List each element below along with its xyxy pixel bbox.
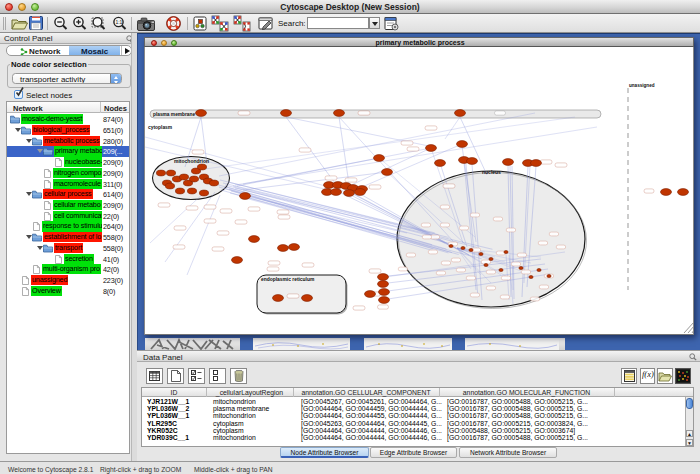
svg-text:cytoplasm: cytoplasm — [148, 125, 173, 130]
svg-text:nucleus: nucleus — [482, 169, 501, 175]
svg-text:1:1: 1:1 — [115, 19, 122, 25]
svg-text:unassigned: unassigned — [629, 83, 655, 88]
svg-text:mitochondrion: mitochondrion — [174, 158, 209, 164]
svg-text:endoplasmic reticulum: endoplasmic reticulum — [261, 277, 315, 282]
svg-text:plasma membrane: plasma membrane — [153, 112, 195, 117]
